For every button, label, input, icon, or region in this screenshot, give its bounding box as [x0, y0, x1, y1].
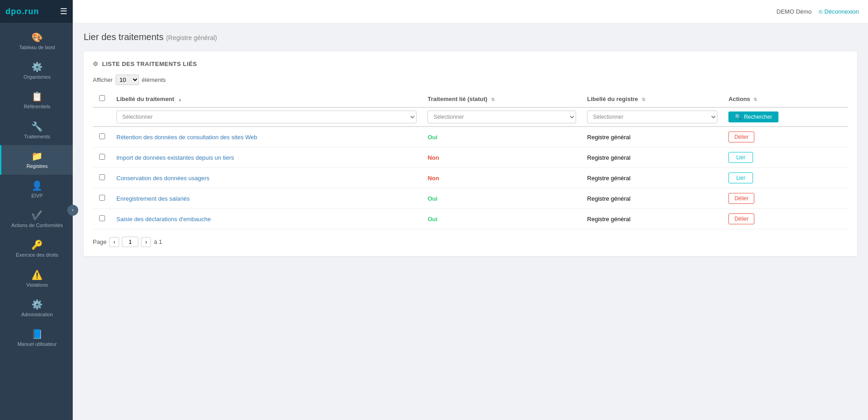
row-registre: Registre général	[582, 147, 723, 168]
sidebar-icon-manuel-utilisateur: 📘	[31, 329, 43, 339]
sidebar-item-traitements[interactable]: 🔧 Traitements	[0, 116, 73, 145]
row-checkbox-4[interactable]	[99, 215, 105, 221]
logout-icon: ⎋	[819, 8, 823, 15]
sidebar-label-manuel-utilisateur: Manuel utilisateur	[17, 341, 56, 347]
row-checkbox-col	[93, 147, 111, 168]
treatment-link-2[interactable]: Conservation des données usagers	[116, 175, 210, 182]
delier-button[interactable]: Délier	[728, 132, 754, 142]
select-all-checkbox[interactable]	[99, 95, 105, 101]
row-registre: Registre général	[582, 168, 723, 188]
search-button[interactable]: 🔍 Rechercher	[728, 111, 778, 122]
sidebar-icon-eivp: 👤	[31, 180, 43, 191]
sidebar-label-administration: Administration	[21, 312, 53, 318]
sidebar-item-referentiels[interactable]: 📋 Référentiels	[0, 86, 73, 115]
row-statut: Non	[422, 168, 582, 188]
col-registre: Libellé du registre ⇅	[582, 91, 723, 107]
sidebar-label-traitements: Traitements	[24, 134, 50, 140]
row-checkbox-0[interactable]	[99, 133, 105, 139]
sidebar-item-administration[interactable]: ⚙️ Administration	[0, 293, 73, 323]
sidebar-icon-actions-conformites: ✔️	[31, 210, 43, 221]
sidebar: dpo.run ☰ 🎨 Tableau de bord ⚙️ Organisme…	[0, 0, 73, 420]
row-checkbox-col	[93, 168, 111, 188]
sidebar-nav: 🎨 Tableau de bord ⚙️ Organismes 📋 Référe…	[0, 23, 73, 420]
sidebar-item-actions-conformites[interactable]: ✔️ Actions de Conformités	[0, 204, 73, 234]
logout-button[interactable]: ⎋ Déconnexion	[819, 8, 859, 15]
sidebar-item-exercice-droits[interactable]: 🔑 Exercice des droits	[0, 234, 73, 263]
table-row: Rétention des données de consultation de…	[93, 127, 848, 147]
sidebar-header: dpo.run ☰	[0, 0, 73, 23]
row-checkbox-col	[93, 127, 111, 147]
row-statut: Oui	[422, 188, 582, 209]
app-logo: dpo.run	[5, 7, 39, 16]
sort-libelle-icon[interactable]: ▲	[178, 97, 182, 102]
next-page-button[interactable]: ›	[141, 237, 151, 247]
entries-select[interactable]: 10 25 50 100	[115, 75, 139, 85]
sidebar-item-registres[interactable]: 📁 Registres	[0, 145, 73, 175]
treatments-table: Libellé du traitement ▲ Traitement lié (…	[93, 91, 848, 229]
treatment-link-0[interactable]: Rétention des données de consultation de…	[116, 134, 257, 141]
topbar: DEMO Démo ⎋ Déconnexion	[73, 0, 868, 23]
filter-actions-col: 🔍 Rechercher	[723, 107, 848, 127]
sidebar-item-tableau-de-bord[interactable]: 🎨 Tableau de bord	[0, 26, 73, 56]
row-checkbox-1[interactable]	[99, 154, 105, 160]
row-statut: Oui	[422, 127, 582, 147]
sort-actions-icon[interactable]: ⇅	[753, 97, 757, 102]
row-action-col: Délier	[723, 188, 848, 209]
table-row: Import de données existantes depuis un t…	[93, 147, 848, 168]
sidebar-icon-referentiels: 📋	[31, 91, 43, 102]
sidebar-label-referentiels: Référentiels	[24, 104, 50, 110]
row-libelle: Conservation des données usagers	[111, 168, 422, 188]
col-libelle: Libellé du traitement ▲	[111, 91, 422, 107]
sidebar-item-eivp[interactable]: 👤 EIVP	[0, 175, 73, 204]
delier-button[interactable]: Délier	[728, 193, 754, 204]
filter-checkbox-col	[93, 107, 111, 127]
lier-button[interactable]: Lier	[728, 172, 753, 183]
filter-registre-col: Sélectionner	[582, 107, 723, 127]
prev-page-button[interactable]: ‹	[109, 237, 119, 247]
page-input[interactable]	[122, 237, 138, 247]
filter-registre-select[interactable]: Sélectionner	[587, 111, 717, 123]
filter-row: Sélectionner Sélectionner Sélectionner	[93, 107, 848, 127]
delier-button[interactable]: Délier	[728, 213, 754, 224]
select-all-col	[93, 91, 111, 107]
filter-statut-select[interactable]: Sélectionner	[427, 111, 576, 123]
row-checkbox-2[interactable]	[99, 174, 105, 180]
lier-button[interactable]: Lier	[728, 152, 753, 163]
sidebar-icon-exercice-droits: 🔑	[31, 239, 43, 250]
hamburger-icon[interactable]: ☰	[60, 6, 67, 16]
sidebar-collapse-button[interactable]: ‹	[67, 205, 78, 216]
row-registre: Registre général	[582, 127, 723, 147]
treatment-link-3[interactable]: Enregistrement des salariés	[116, 195, 190, 202]
main-content: DEMO Démo ⎋ Déconnexion Lier des traitem…	[73, 0, 868, 420]
row-checkbox-3[interactable]	[99, 195, 105, 201]
row-libelle: Rétention des données de consultation de…	[111, 127, 422, 147]
search-icon: 🔍	[735, 114, 742, 120]
col-actions: Actions ⇅	[723, 91, 848, 107]
sort-registre-icon[interactable]: ⇅	[642, 97, 645, 102]
sidebar-icon-administration: ⚙️	[31, 299, 43, 310]
row-registre: Registre général	[582, 188, 723, 209]
sidebar-icon-traitements: 🔧	[31, 121, 43, 132]
sidebar-item-violations[interactable]: ⚠️ Violations	[0, 264, 73, 293]
table-header-row: Libellé du traitement ▲ Traitement lié (…	[93, 91, 848, 107]
row-action-col: Délier	[723, 127, 848, 147]
filter-libelle-select[interactable]: Sélectionner	[116, 111, 416, 123]
row-checkbox-col	[93, 209, 111, 229]
show-entries-row: Afficher 10 25 50 100 éléments	[93, 75, 848, 85]
filter-libelle-col: Sélectionner	[111, 107, 422, 127]
sidebar-item-organismes[interactable]: ⚙️ Organismes	[0, 56, 73, 86]
sidebar-label-exercice-droits: Exercice des droits	[16, 252, 58, 258]
card-header: ⚙ LISTE DES TRAITEMENTS LIÉS	[93, 61, 848, 67]
table-row: Conservation des données usagers Non Reg…	[93, 168, 848, 188]
row-action-col: Lier	[723, 168, 848, 188]
main-card: ⚙ LISTE DES TRAITEMENTS LIÉS Afficher 10…	[84, 51, 857, 256]
sidebar-label-tableau-de-bord: Tableau de bord	[19, 45, 55, 51]
treatment-link-1[interactable]: Import de données existantes depuis un t…	[116, 154, 234, 161]
col-statut: Traitement lié (statut) ⇅	[422, 91, 582, 107]
table-row: Saisie des déclarations d'embauche Oui R…	[93, 209, 848, 229]
sidebar-item-manuel-utilisateur[interactable]: 📘 Manuel utilisateur	[0, 323, 73, 353]
sort-statut-icon[interactable]: ⇅	[491, 97, 495, 102]
row-libelle: Enregistrement des salariés	[111, 188, 422, 209]
treatment-link-4[interactable]: Saisie des déclarations d'embauche	[116, 216, 211, 223]
row-action-col: Délier	[723, 209, 848, 229]
